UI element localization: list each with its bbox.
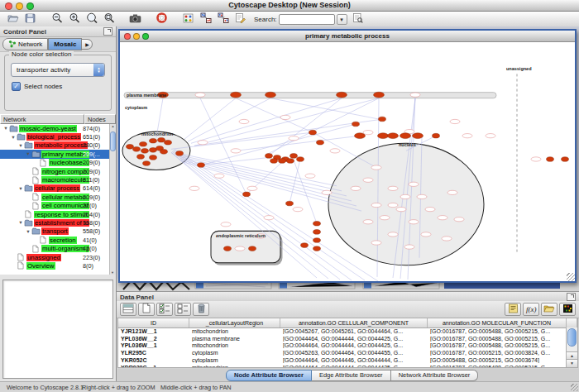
advanced-search-button[interactable] xyxy=(349,12,366,26)
tree-row[interactable]: unassigned223(0) xyxy=(0,253,116,261)
expander-icon[interactable]: ▼ xyxy=(17,143,24,148)
app-titlebar[interactable]: Cytoscape Desktop (New Session) xyxy=(0,0,579,12)
scroll-down-button[interactable]: ▼ xyxy=(567,359,577,367)
zoom-window-button[interactable] xyxy=(26,2,34,10)
tree-row[interactable]: macromolecule...311(0) xyxy=(0,175,116,184)
delete-attribute-button[interactable] xyxy=(193,303,209,316)
select-attributes-button[interactable] xyxy=(156,303,173,316)
tab-mosaic[interactable]: Mosaic xyxy=(48,38,82,50)
tab-network-attribute-browser[interactable]: Network Attribute Browser xyxy=(391,370,479,381)
expander-icon[interactable]: ▼ xyxy=(25,229,31,234)
tab-node-attribute-browser[interactable]: Node Attribute Browser xyxy=(226,370,312,381)
minimize-view-button[interactable] xyxy=(133,33,140,40)
tree-header-network[interactable]: Network xyxy=(0,114,84,124)
table-cell: [GO:0045263, GO:0044464, GO:0044455, G..… xyxy=(280,350,428,356)
table-column-header[interactable]: annotation.GO CELLULAR_COMPONENT xyxy=(280,318,428,327)
table-row[interactable]: YLR295Ccytoplasm[GO:0045263, GO:0044464,… xyxy=(118,349,567,356)
zoom-out-button[interactable] xyxy=(48,12,65,26)
fit-content-button[interactable] xyxy=(100,12,117,26)
birdseye-view[interactable] xyxy=(2,280,113,379)
close-window-button[interactable] xyxy=(5,2,12,10)
network-view-titlebar[interactable]: primary metabolic process xyxy=(120,31,575,42)
tree-header-nodes[interactable]: Nodes xyxy=(84,114,116,124)
tree-scrollbar-thumb[interactable] xyxy=(110,131,116,151)
save-session-button[interactable] xyxy=(22,12,39,26)
annotation-button[interactable] xyxy=(232,12,249,26)
close-view-button[interactable] xyxy=(124,33,131,40)
view-resize-grip[interactable] xyxy=(567,273,575,281)
float-panel-icon[interactable] xyxy=(103,27,112,36)
tree-row-label: establishment of lo... xyxy=(34,219,89,227)
matrix-button[interactable] xyxy=(559,303,576,316)
new-attribute-button[interactable] xyxy=(138,303,155,316)
tree-row[interactable]: ▼mosaic-demo-yeast874(0) xyxy=(0,124,116,132)
tab-edge-attribute-browser[interactable]: Edge Attribute Browser xyxy=(312,370,391,381)
tree-row[interactable]: response to stimul...264(0) xyxy=(0,210,116,218)
tree-row[interactable]: ▼primary metabo...209(... xyxy=(0,150,116,158)
tab-network[interactable]: Network xyxy=(2,38,48,50)
tree-row[interactable]: multi-organism pro...42(0) xyxy=(0,244,116,252)
snapshot-button[interactable] xyxy=(127,12,144,26)
table-cell: [GO:0005488, GO:0005215, GO:0003674] xyxy=(428,357,567,363)
tab-scroll-right-button[interactable]: ▶ xyxy=(82,39,93,50)
app-resize-grip[interactable] xyxy=(571,384,578,391)
tree-row[interactable]: cellular metabo...209(0) xyxy=(0,193,116,201)
table-column-header[interactable]: annotation.GO MOLECULAR_FUNCTION xyxy=(428,318,567,327)
search-options-button[interactable]: ▾ xyxy=(337,14,347,25)
zoom-view-button[interactable] xyxy=(142,33,149,40)
table-row[interactable]: YKR052Ccytoplasm[GO:0044464, GO:0044446,… xyxy=(118,356,567,364)
tree-row[interactable]: ▼establishment of lo...558(0) xyxy=(0,218,116,227)
tree-row[interactable]: nucleobase-...209(0) xyxy=(0,159,116,167)
network-graph[interactable]: plasma membranecytoplasmmitochondrionnuc… xyxy=(120,42,575,281)
table-scrollbar-thumb[interactable] xyxy=(567,328,577,347)
table-cell: [GO:0044464, GO:0044446, GO:0044444, G..… xyxy=(280,357,428,363)
tree-row-label: mosaic-demo-yeast xyxy=(19,125,77,132)
table-column-header[interactable]: ID xyxy=(118,318,189,327)
table-row[interactable]: YPL036W__1mitochondrion[GO:0044464, GO:0… xyxy=(118,342,567,350)
search-input[interactable] xyxy=(279,14,335,25)
tree-row[interactable]: ▼cellular process614(0) xyxy=(0,184,116,193)
tree-row[interactable]: ▼metabolic process280(0) xyxy=(0,141,116,150)
table-row[interactable]: YDR039C__1mitochondrion[GO:0044464, GO:0… xyxy=(118,364,567,367)
minimize-window-button[interactable] xyxy=(16,2,23,10)
expander-icon[interactable]: ▼ xyxy=(10,135,17,140)
expander-icon[interactable]: ▼ xyxy=(25,151,31,156)
tree-row[interactable]: Overview8(0) xyxy=(0,261,116,270)
zoom-in-button[interactable] xyxy=(65,12,83,26)
table-row[interactable]: YPL036W__2plasma membrane[GO:0044464, GO… xyxy=(118,335,567,342)
function-builder-button[interactable]: f(x) xyxy=(523,303,539,316)
table-scrollbar[interactable]: ▲ ▼ xyxy=(566,327,577,367)
network-canvas[interactable]: plasma membranecytoplasmmitochondrionnuc… xyxy=(120,42,575,281)
network-overlay-b-button[interactable] xyxy=(214,12,232,26)
tree-row[interactable]: nitrogen compo...209(0) xyxy=(0,167,116,175)
table-row[interactable]: YJR121W__1mitochondrion[GO:0045267, GO:0… xyxy=(118,327,567,335)
expander-icon[interactable]: ▼ xyxy=(2,126,9,131)
node-color-dropdown[interactable]: transporter activity ▲▼ xyxy=(11,63,105,77)
network-overlay-a-button[interactable] xyxy=(197,12,214,26)
expander-icon[interactable]: ▼ xyxy=(17,186,24,191)
label-button[interactable] xyxy=(505,303,521,316)
snapshot-icon xyxy=(129,13,141,26)
tree-scrollbar[interactable]: ▲▼ xyxy=(109,124,116,275)
tree-row[interactable]: cell communicat...22(0) xyxy=(0,202,116,210)
open-session-button[interactable] xyxy=(4,12,22,26)
tree-row[interactable]: ▼biological_process651(0) xyxy=(0,132,116,141)
attribute-table-button[interactable] xyxy=(120,303,136,316)
import-attributes-button[interactable] xyxy=(541,303,557,316)
fit-selected-button[interactable] xyxy=(83,12,100,26)
float-data-panel-icon[interactable] xyxy=(567,293,576,301)
folder-icon xyxy=(24,184,34,192)
help-button[interactable] xyxy=(153,12,170,26)
vizmapper-button[interactable] xyxy=(179,12,197,26)
svg-text:mitochondrion: mitochondrion xyxy=(141,131,174,136)
tree-row-label: unassigned xyxy=(26,254,61,261)
tree-row[interactable]: ▼transport558(0) xyxy=(0,227,116,236)
file-icon xyxy=(31,202,41,210)
table-column-header[interactable]: _cellularLayoutRegion xyxy=(189,318,280,327)
expander-icon[interactable]: ▼ xyxy=(17,220,24,225)
select-nodes-checkbox[interactable]: ✓ xyxy=(12,82,21,91)
unselect-attributes-button[interactable] xyxy=(175,303,191,316)
network-view-title: primary metabolic process xyxy=(120,31,575,41)
tree-row[interactable]: secretion41(0) xyxy=(0,236,116,244)
network-view-window[interactable]: primary metabolic process plasma membran… xyxy=(118,29,577,283)
